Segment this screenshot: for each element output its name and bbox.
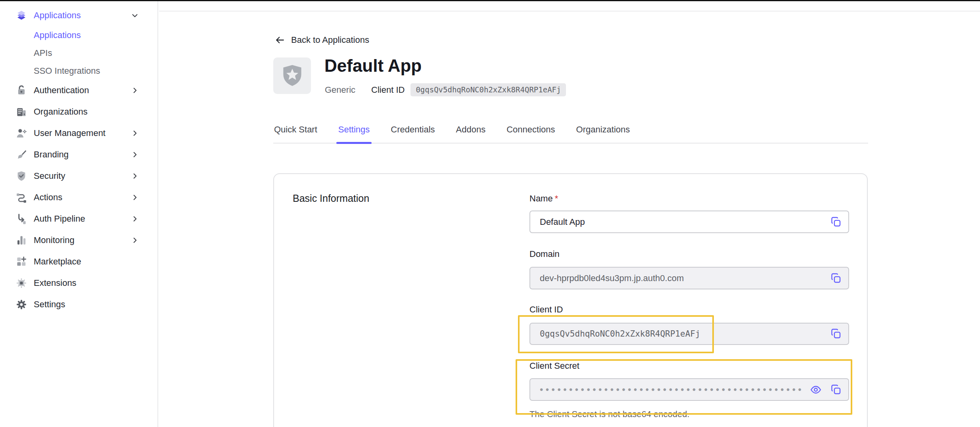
tab-addons[interactable]: Addons [455, 124, 487, 143]
gear-icon [15, 299, 27, 310]
client-id-label: Client ID [371, 85, 405, 95]
main-content: Back to Applications Default App Generic… [159, 1, 980, 427]
copy-icon[interactable] [830, 327, 842, 340]
chevron-down-icon [130, 11, 139, 20]
copy-icon[interactable] [830, 272, 842, 285]
client-secret-field[interactable]: ••••••••••••••••••••••••••••••••••••••••… [529, 378, 849, 401]
client-id-field-label: Client ID [529, 304, 563, 315]
shield-star-icon [282, 65, 303, 87]
tab-quick-start[interactable]: Quick Start [273, 124, 318, 143]
sidebar-subitem-apis[interactable]: APIs [0, 44, 157, 62]
sidebar-item-organizations[interactable]: Organizations [0, 101, 157, 123]
basic-information-card: Basic Information Name* Default App Doma… [273, 173, 868, 427]
chevron-right-icon [130, 150, 139, 159]
window-top-edge [0, 0, 980, 1]
app-logo [273, 57, 311, 94]
tab-connections[interactable]: Connections [506, 124, 556, 143]
chevron-right-icon [130, 236, 139, 245]
tab-settings[interactable]: Settings [338, 124, 371, 143]
sidebar-item-marketplace[interactable]: Marketplace [0, 251, 157, 272]
sidebar-item-extensions[interactable]: Extensions [0, 272, 157, 294]
sidebar-item-security[interactable]: Security [0, 165, 157, 187]
paintbrush-icon [15, 149, 27, 161]
sidebar: Applications Applications APIs SSO Integ… [0, 1, 158, 427]
domain-value: dev-hprpdb0led4su3pm.jp.auth0.com [540, 273, 684, 283]
app-type-label: Generic [325, 85, 355, 95]
sidebar-subitem-sso-integrations[interactable]: SSO Integrations [0, 62, 157, 80]
sidebar-subitem-applications[interactable]: Applications [0, 26, 157, 44]
copy-icon[interactable] [830, 216, 842, 228]
sidebar-item-authentication[interactable]: Authentication [0, 80, 157, 101]
client-id-field[interactable]: 0gqsQv5dhqRoNC0h2xZxk8R4QRP1eAFj [529, 323, 849, 345]
required-asterisk: * [555, 193, 558, 203]
sidebar-item-monitoring[interactable]: Monitoring [0, 230, 157, 251]
shield-check-icon [15, 170, 27, 182]
domain-field[interactable]: dev-hprpdb0led4su3pm.jp.auth0.com [529, 267, 849, 289]
copy-icon[interactable] [830, 383, 842, 396]
pipeline-icon [15, 213, 27, 225]
domain-label: Domain [529, 249, 560, 259]
sidebar-item-applications[interactable]: Applications [0, 5, 157, 26]
sidebar-item-auth-pipeline[interactable]: Auth Pipeline [0, 208, 157, 230]
applications-icon [15, 10, 27, 21]
marketplace-icon [15, 256, 27, 268]
chip-icon [15, 277, 27, 289]
client-secret-note: The Client Secret is not base64 encoded. [529, 409, 690, 419]
tab-organizations[interactable]: Organizations [575, 124, 631, 143]
name-field[interactable]: Default App [529, 211, 849, 233]
client-id-value: 0gqsQv5dhqRoNC0h2xZxk8R4QRP1eAFj [540, 329, 700, 339]
sidebar-item-actions[interactable]: Actions [0, 187, 157, 208]
sidebar-item-user-management[interactable]: User Management [0, 123, 157, 144]
section-title: Basic Information [293, 193, 369, 204]
chevron-right-icon [130, 193, 139, 202]
sidebar-nav-list: Applications Applications APIs SSO Integ… [0, 5, 157, 315]
reveal-eye-icon[interactable] [809, 383, 822, 396]
flow-icon [15, 191, 27, 203]
back-to-applications-link[interactable]: Back to Applications [274, 34, 369, 46]
lock-icon [15, 84, 27, 96]
top-bar-divider [159, 11, 980, 11]
chevron-right-icon [130, 214, 139, 223]
client-secret-masked-value: ••••••••••••••••••••••••••••••••••••••••… [540, 379, 802, 400]
name-label: Name* [529, 193, 558, 204]
back-arrow-icon [274, 34, 286, 46]
app-meta-row: Generic Client ID 0gqsQv5dhqRoNC0h2xZxk8… [325, 83, 566, 96]
client-secret-label: Client Secret [529, 361, 579, 371]
bar-chart-icon [15, 234, 27, 246]
organization-icon [15, 106, 27, 118]
client-id-badge[interactable]: 0gqsQv5dhqRoNC0h2xZxk8R4QRP1eAFj [410, 83, 566, 96]
user-management-icon [15, 127, 27, 139]
sidebar-item-branding[interactable]: Branding [0, 144, 157, 165]
sidebar-item-settings[interactable]: Settings [0, 294, 157, 315]
chevron-right-icon [130, 172, 139, 180]
page-title: Default App [324, 56, 422, 76]
tab-bar: Quick Start Settings Credentials Addons … [273, 124, 868, 144]
sidebar-item-label: Applications [34, 10, 130, 21]
name-value: Default App [540, 217, 585, 227]
chevron-right-icon [130, 129, 139, 138]
tab-credentials[interactable]: Credentials [390, 124, 435, 143]
chevron-right-icon [130, 86, 139, 95]
